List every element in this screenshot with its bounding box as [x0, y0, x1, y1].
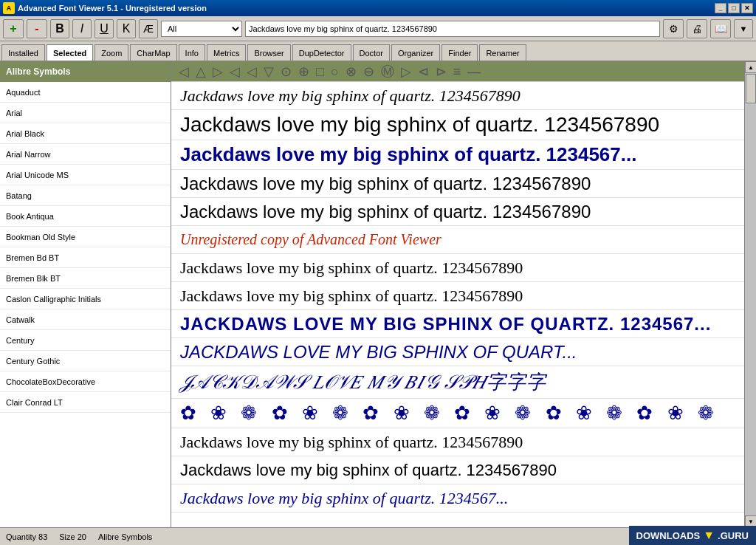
preview-text-bookman: Jackdaws love my big sphinx of quartz. 1… — [171, 284, 744, 309]
preview-text-arial-narrow: Jackdaws love my big sphinx of quartz. 1… — [171, 171, 744, 197]
tab-doctor[interactable]: Doctor — [353, 44, 390, 61]
font-item-book-antiqua[interactable]: Book Antiqua — [0, 206, 171, 227]
font-item-batang[interactable]: Batang — [0, 185, 171, 206]
tab-bar: Installed Selected Zoom CharMap Info Met… — [0, 41, 756, 61]
preview-row-bookman[interactable]: Jackdaws love my big sphinx of quartz. 1… — [171, 282, 744, 310]
status-quantity: Quantity 83 — [6, 532, 47, 541]
app-icon: A — [3, 2, 15, 14]
tab-zoom[interactable]: Zoom — [94, 44, 128, 61]
font-list: Alibre Symbols Aquaduct Arial Arial Blac… — [0, 61, 171, 527]
maximize-button[interactable]: □ — [728, 3, 740, 13]
status-size-label: Size 20 — [59, 532, 86, 541]
preview-text-arial: Jackdaws love my big sphinx of quartz. 1… — [171, 110, 744, 140]
preview-row-aquaduct[interactable]: Jackdaws love my big sphinx of quartz. 1… — [171, 82, 744, 110]
preview-row-century-gothic[interactable]: Jackdaws love my big sphinx of quartz. 1… — [171, 456, 744, 484]
font-item-arial-narrow[interactable]: Arial Narrow — [0, 144, 171, 165]
font-item-century-gothic[interactable]: Century Gothic — [0, 351, 171, 371]
preview-text-batang: Unregistered copy of Advanced Font Viewe… — [171, 228, 744, 251]
preview-text-aquaduct: Jackdaws love my big sphinx of quartz. 1… — [171, 83, 744, 109]
bold-button[interactable]: B — [50, 19, 69, 38]
preview-row-arial[interactable]: Jackdaws love my big sphinx of quartz. 1… — [171, 110, 744, 140]
watermark: DOWNLOADS ▼ .GURU — [629, 526, 756, 545]
main-area: Alibre Symbols Aquaduct Arial Arial Blac… — [0, 61, 756, 527]
scroll-thumb[interactable] — [746, 74, 756, 103]
font-item-arial-unicode[interactable]: Arial Unicode MS — [0, 165, 171, 185]
watermark-arrow-icon: ▼ — [703, 529, 715, 542]
tab-finder[interactable]: Finder — [441, 44, 478, 61]
preview-row-caslon[interactable]: 𝒥𝒜𝒞𝒦𝒟𝒜𝒲𝒮 𝐿𝒪𝒱𝐸 𝑀𝒴 𝐵𝐼𝒢 𝒮𝒫𝐻字字字 — [171, 366, 744, 399]
font-item-clair[interactable]: Clair Conrad LT — [0, 392, 171, 413]
tab-charmap[interactable]: CharMap — [130, 44, 176, 61]
toolbar: + - B I U K Æ All TrueType OpenType ⚙ 🖨 … — [0, 16, 756, 41]
title-bar-buttons: _ □ ✕ — [715, 3, 753, 13]
scroll-track — [745, 73, 756, 515]
preview-row-batang[interactable]: Unregistered copy of Advanced Font Viewe… — [171, 226, 744, 254]
preview-text-catwalk: ✿ ❀ ❁ ✿ ❀ ❁ ✿ ❀ ❁ ✿ ❀ ❁ ✿ ❀ ❁ ✿ ❀ ❁ — [171, 399, 744, 428]
preview-text-bremen-bd: JACKDAWS LOVE MY BIG SPHINX OF QUARTZ. 1… — [171, 311, 744, 337]
preview-row-bremen-bd[interactable]: JACKDAWS LOVE MY BIG SPHINX OF QUARTZ. 1… — [171, 310, 744, 338]
preview-row-arial-black[interactable]: Jackdaws love my big sphinx of quartz. 1… — [171, 140, 744, 170]
watermark-text: DOWNLOADS — [636, 530, 701, 541]
preview-area: ◁ △ ▷ ◁ ◁ ▽ ⊙ ⊕ □ ○ ⊗ ⊖ Ⓜ ▷ ⊲ ⊳ ≡ — Jack… — [171, 61, 744, 527]
strikethrough-button[interactable]: K — [117, 19, 136, 38]
italic-button[interactable]: I — [72, 19, 92, 38]
preview-row-catwalk[interactable]: ✿ ❀ ❁ ✿ ❀ ❁ ✿ ❀ ❁ ✿ ❀ ❁ ✿ ❀ ❁ ✿ ❀ ❁ — [171, 399, 744, 428]
close-button[interactable]: ✕ — [741, 3, 753, 13]
tab-info[interactable]: Info — [179, 44, 205, 61]
book-button[interactable]: 📖 — [710, 19, 731, 38]
tab-organizer[interactable]: Organizer — [391, 44, 440, 61]
preview-text-bremen-blk: JACKDAWS LOVE MY BIG SPHINX OF QUART... — [171, 339, 744, 366]
preview-row-arial-unicode[interactable]: Jackdaws love my big sphinx of quartz. 1… — [171, 198, 744, 226]
font-item-bremen-bd[interactable]: Bremen Bd BT — [0, 247, 171, 268]
font-item-bookman[interactable]: Bookman Old Style — [0, 227, 171, 247]
preview-text-century: Jackdaws love my big sphinx of quartz. 1… — [171, 430, 744, 455]
zoom-out-button[interactable]: - — [27, 19, 47, 38]
minimize-button[interactable]: _ — [715, 3, 726, 13]
print-button[interactable]: 🖨 — [687, 19, 707, 38]
tab-dupdetector[interactable]: DupDetector — [292, 44, 351, 61]
zoom-in-button[interactable]: + — [3, 19, 24, 38]
font-item-arial-black[interactable]: Arial Black — [0, 123, 171, 144]
font-item-choc-box[interactable]: ChocolateBoxDecorative — [0, 371, 171, 392]
filter-dropdown[interactable]: All TrueType OpenType — [161, 21, 242, 37]
font-item-arial[interactable]: Arial — [0, 103, 171, 123]
settings-button[interactable]: ⚙ — [663, 19, 684, 38]
scroll-up-button[interactable]: ▲ — [745, 61, 756, 73]
preview-row-choc-box[interactable]: Jackdaws love my big sphinx of quartz. 1… — [171, 484, 744, 513]
preview-text-arial-unicode: Jackdaws love my big sphinx of quartz. 1… — [171, 199, 744, 225]
preview-row-book-antiqua[interactable]: Jackdaws love my big sphinx of quartz. 1… — [171, 254, 744, 282]
preview-row-arial-narrow[interactable]: Jackdaws love my big sphinx of quartz. 1… — [171, 170, 744, 198]
app-title: Advanced Font Viewer 5.1 - Unregistered … — [18, 4, 715, 13]
tab-selected[interactable]: Selected — [47, 44, 93, 61]
scrollbar[interactable]: ▲ ▼ — [744, 61, 756, 527]
underline-button[interactable]: U — [94, 19, 114, 38]
special-char-button[interactable]: Æ — [139, 19, 158, 38]
extra-button[interactable]: ▼ — [734, 19, 753, 38]
status-font: Alibre Symbols — [98, 532, 152, 541]
watermark-domain: .GURU — [718, 530, 749, 541]
preview-text-choc-box: Jackdaws love my big sphinx of quartz. 1… — [171, 486, 744, 511]
title-bar: A Advanced Font Viewer 5.1 - Unregistere… — [0, 0, 756, 16]
preview-text-input[interactable] — [245, 21, 660, 37]
tab-renamer[interactable]: Renamer — [479, 44, 526, 61]
font-item-aquaduct[interactable]: Aquaduct — [0, 82, 171, 103]
font-item-bremen-blk[interactable]: Bremen Blk BT — [0, 268, 171, 289]
preview-text-caslon: 𝒥𝒜𝒞𝒦𝒟𝒜𝒲𝒮 𝐿𝒪𝒱𝐸 𝑀𝒴 𝐵𝐼𝒢 𝒮𝒫𝐻字字字 — [171, 366, 744, 398]
status-font-label: Alibre Symbols — [98, 532, 152, 541]
preview-header: ◁ △ ▷ ◁ ◁ ▽ ⊙ ⊕ □ ○ ⊗ ⊖ Ⓜ ▷ ⊲ ⊳ ≡ — — [171, 61, 744, 82]
font-list-header: Alibre Symbols — [0, 61, 171, 82]
preview-text-century-gothic: Jackdaws love my big sphinx of quartz. 1… — [171, 458, 744, 483]
tab-browser[interactable]: Browser — [247, 44, 290, 61]
preview-text-arial-black: Jackdaws love my big sphinx of quartz. 1… — [171, 140, 744, 169]
preview-row-century[interactable]: Jackdaws love my big sphinx of quartz. 1… — [171, 428, 744, 456]
status-size: Size 20 — [59, 532, 86, 541]
font-item-caslon[interactable]: Caslon Calligraphic Initials — [0, 289, 171, 309]
preview-row-bremen-blk[interactable]: JACKDAWS LOVE MY BIG SPHINX OF QUART... — [171, 338, 744, 366]
font-item-century[interactable]: Century — [0, 330, 171, 351]
font-item-catwalk[interactable]: Catwalk — [0, 309, 171, 330]
preview-text-book-antiqua: Jackdaws love my big sphinx of quartz. 1… — [171, 256, 744, 281]
tab-metrics[interactable]: Metrics — [207, 44, 246, 61]
status-quantity-label: Quantity 83 — [6, 532, 47, 541]
tab-installed[interactable]: Installed — [1, 44, 45, 61]
